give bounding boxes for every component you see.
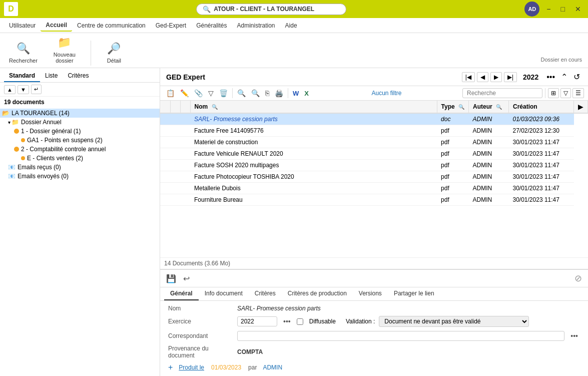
- table-row[interactable]: Facture Free 1414095776pdfADMIN27/02/202…: [160, 125, 588, 137]
- close-button[interactable]: ✕: [572, 4, 584, 14]
- rechercher-label: Rechercher: [9, 58, 38, 64]
- doc-dropdown-button[interactable]: ▽: [206, 88, 216, 98]
- detail-toolbar: 💾 ↩ ⊘: [160, 270, 588, 287]
- expand-button[interactable]: ⌃: [559, 72, 569, 82]
- exercice-input[interactable]: [237, 316, 277, 326]
- detail-tab-criteres-prod[interactable]: Critères de production: [282, 287, 353, 300]
- more-options-button[interactable]: •••: [544, 73, 557, 82]
- doc-excel-button[interactable]: X: [302, 89, 311, 98]
- panel-up-button[interactable]: ▲: [4, 85, 16, 94]
- filter-label: Aucun filtre: [312, 90, 461, 97]
- doc-delete-button[interactable]: 🗑️: [217, 88, 230, 98]
- detail-cancel-button[interactable]: ⊘: [572, 272, 584, 285]
- col-type-search-icon[interactable]: 🔍: [458, 104, 464, 110]
- table-row[interactable]: Metallerie DuboispdfADMIN30/01/2023 11:4…: [160, 183, 588, 194]
- exercice-more-button[interactable]: •••: [281, 317, 293, 325]
- detail-tab-criteres[interactable]: Critères: [249, 287, 282, 300]
- toolbar: 🔍 Rechercher 📁 Nouveaudossier 🔎 Détail D…: [0, 33, 588, 68]
- tree-item-compta[interactable]: 2 - Comptabilité controle annuel: [0, 145, 160, 154]
- col-creation-label: Création: [513, 103, 537, 110]
- menu-item-utilisateur[interactable]: Utilisateur: [4, 20, 41, 31]
- panel-down-button[interactable]: ▼: [18, 85, 29, 94]
- add-produit-button[interactable]: +: [168, 363, 173, 372]
- doc-type-cell: pdf: [437, 125, 468, 137]
- diffusable-checkbox[interactable]: [297, 318, 303, 325]
- detail-button[interactable]: 🔎 Détail: [103, 39, 125, 66]
- menu-item-accueil[interactable]: Accueil: [41, 20, 72, 32]
- maximize-button[interactable]: □: [558, 4, 568, 14]
- doc-author-cell: ADMIN: [469, 113, 509, 125]
- minimize-button[interactable]: −: [543, 4, 553, 14]
- validation-select[interactable]: Document ne devant pas être validé: [379, 316, 529, 327]
- nav-first-button[interactable]: |◀: [462, 72, 475, 82]
- menu-item-administration[interactable]: Administration: [232, 20, 280, 31]
- col-header-type[interactable]: Type 🔍: [437, 101, 468, 113]
- table-row[interactable]: SARL- Promesse cession partsdocADMIN01/0…: [160, 113, 588, 125]
- detail-tab-info[interactable]: Info document: [199, 287, 249, 300]
- more-columns-button[interactable]: ▶: [578, 103, 583, 111]
- detail-tabs: Général Info document Critères Critères …: [160, 287, 588, 301]
- doc-copy-button[interactable]: 📋: [164, 88, 177, 98]
- col-header-creation[interactable]: Création: [509, 101, 574, 113]
- col-header-name[interactable]: Nom 🔍: [190, 101, 437, 113]
- doc-print-button[interactable]: 🖨️: [273, 88, 285, 98]
- doc-search-input[interactable]: [462, 88, 542, 98]
- tree-item-emails-recus[interactable]: 📧 Emails reçus (0): [0, 163, 160, 172]
- nouveau-dossier-button[interactable]: 📁 Nouveaudossier: [51, 33, 79, 66]
- exercice-label: Exercice: [168, 318, 233, 325]
- table-row[interactable]: Facture SOSH 2020 multipagespdfADMIN30/0…: [160, 160, 588, 171]
- tree-item-dossier-general[interactable]: 1 - Dossier général (1): [0, 127, 160, 136]
- table-row[interactable]: Facture Photocopieur TOSHIBA 2020pdfADMI…: [160, 171, 588, 183]
- clients-ventes-label: E - Clients ventes (2): [27, 155, 83, 162]
- nav-last-button[interactable]: ▶|: [504, 72, 517, 82]
- doc-table-container[interactable]: Nom 🔍 Type 🔍 Auteur 🔍: [160, 101, 588, 257]
- tree-item-emails-envoyes[interactable]: 📧 Emails envoyés (0): [0, 172, 160, 181]
- detail-tab-partager[interactable]: Partager le lien: [388, 287, 440, 300]
- refresh-button[interactable]: ↺: [571, 72, 582, 82]
- correspondant-input[interactable]: [237, 331, 564, 341]
- correspondant-more-button[interactable]: •••: [568, 332, 580, 340]
- doc-count-bar: 14 Documents (3.66 Mo): [160, 257, 588, 269]
- doc-author-cell: ADMIN: [469, 183, 509, 194]
- tree-item-clients-ventes[interactable]: E - Clients ventes (2): [0, 154, 160, 163]
- table-row[interactable]: Facture Vehicule RENAULT 2020pdfADMIN30/…: [160, 148, 588, 160]
- doc-copy2-button[interactable]: ⎘: [263, 88, 271, 98]
- col-header-author[interactable]: Auteur 🔍: [469, 101, 509, 113]
- doc-search2-button[interactable]: 🔍: [249, 88, 262, 98]
- tab-liste[interactable]: Liste: [40, 70, 63, 82]
- col-author-search-icon[interactable]: 🔍: [496, 104, 502, 110]
- detail-undo-button[interactable]: ↩: [181, 273, 192, 284]
- view-toggle-button[interactable]: ⊞: [548, 88, 559, 98]
- panel-expand-button[interactable]: ↵: [31, 85, 42, 94]
- menu-item-ged-expert[interactable]: Ged-Expert: [151, 20, 191, 31]
- doc-edit-button[interactable]: ✏️: [178, 88, 191, 98]
- view-down-button[interactable]: ▽: [560, 88, 571, 98]
- tree-item-ga1[interactable]: GA1 - Points en suspens (2): [0, 136, 160, 145]
- table-row[interactable]: Fourniture BureaupdfADMIN30/01/2023 11:4…: [160, 194, 588, 206]
- detail-tab-versions[interactable]: Versions: [353, 287, 388, 300]
- col-name-search-icon[interactable]: 🔍: [212, 104, 218, 110]
- menu-item-generalites[interactable]: Généralités: [191, 20, 232, 31]
- col-header-more[interactable]: ▶: [574, 101, 588, 113]
- nav-prev-button[interactable]: ◀: [477, 72, 488, 82]
- table-row[interactable]: Materiel de constructionpdfADMIN30/01/20…: [160, 137, 588, 148]
- tab-criteres[interactable]: Critères: [63, 70, 94, 82]
- menu-item-communication[interactable]: Centre de communication: [72, 20, 151, 31]
- detail-tab-general[interactable]: Général: [164, 287, 199, 300]
- tree-item-la-tourangel[interactable]: 📂 LA TOURANGEL (14): [0, 109, 160, 118]
- doc-search1-button[interactable]: 🔍: [235, 88, 248, 98]
- nav-next-button[interactable]: ▶: [490, 72, 502, 82]
- produit-link[interactable]: Produit le: [179, 364, 204, 371]
- tree-item-dossier-annuel[interactable]: ▾ 📁 Dossier Annuel: [0, 118, 160, 127]
- tab-standard[interactable]: Standard: [4, 70, 40, 82]
- doc-name-cell: Fourniture Bureau: [190, 194, 437, 206]
- provenance-field-row: Provenance du document COMPTA: [168, 345, 580, 359]
- exercice-field-row: Exercice ••• Diffusable Validation : Doc…: [168, 316, 580, 327]
- detail-save-button[interactable]: 💾: [164, 273, 178, 284]
- menu-item-aide[interactable]: Aide: [280, 20, 302, 31]
- view-settings-button[interactable]: ☰: [572, 88, 584, 98]
- doc-attach-button[interactable]: 📎: [192, 88, 205, 98]
- rechercher-button[interactable]: 🔍 Rechercher: [6, 39, 41, 66]
- search-bar[interactable]: 🔍 ATOUR - CLIENT - LA TOURANGEL: [196, 4, 346, 15]
- doc-word-button[interactable]: W: [291, 89, 301, 98]
